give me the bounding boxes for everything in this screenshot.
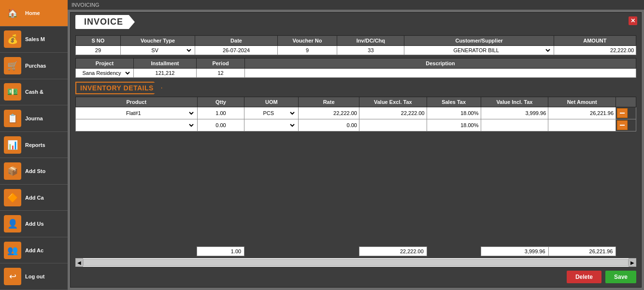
voucher-type-select[interactable]: SV: [123, 47, 193, 54]
uom-select-2[interactable]: [246, 122, 296, 129]
sidebar-label-add-cat: Add Ca: [25, 195, 44, 201]
invoice-title-bar: INVOICE ✕: [71, 13, 641, 31]
save-button[interactable]: Save: [605, 271, 636, 283]
invoice-title-text: INVOICE: [84, 17, 123, 27]
scrollbar-track[interactable]: [83, 259, 629, 266]
sidebar-label-journal: Journa: [25, 116, 43, 121]
sidebar-item-purchase[interactable]: 🛒 Purchas: [0, 53, 68, 79]
col-product: Product: [76, 97, 198, 107]
sidebar-item-cash[interactable]: 💵 Cash &: [0, 79, 68, 106]
col-customer-supplier: Customer/Supplier: [404, 36, 554, 46]
value-excl-tax-1[interactable]: [361, 110, 425, 116]
uom-select-1[interactable]: PCS: [246, 110, 296, 116]
total-rate: 22,222.00: [400, 248, 424, 254]
invoice-title-badge: INVOICE: [75, 15, 135, 29]
description-input[interactable]: [247, 70, 634, 76]
sidebar-label-reports: Reports: [25, 142, 45, 148]
col-voucher-type: Voucher Type: [120, 36, 195, 46]
qtty-input-1[interactable]: [200, 110, 243, 116]
amount-input[interactable]: [556, 47, 634, 53]
add-stock-icon: 📦: [4, 162, 21, 180]
col-voucher-no: Voucher No: [277, 36, 337, 46]
svg-rect-0: [620, 113, 625, 114]
inventory-table: Product Qtty UOM Rate Value Excl. Tax Sa…: [75, 97, 636, 131]
total-qtty: 1.00: [231, 248, 241, 254]
totals-row: 1.00 22,222.00 3,999.96 26,221.96: [75, 247, 636, 256]
totals-table: 1.00 22,222.00 3,999.96 26,221.96: [75, 246, 636, 256]
date-input[interactable]: [197, 47, 275, 53]
scroll-left-arrow[interactable]: ◀: [75, 258, 83, 267]
col-installment: Installment: [134, 58, 197, 69]
sidebar-item-home[interactable]: 🏠 Home: [0, 0, 68, 27]
total-value-incl-tax: 3,999.96: [525, 248, 545, 254]
col-date: Date: [195, 36, 277, 46]
sales-icon: 💰: [4, 30, 21, 48]
product-select-2[interactable]: [78, 122, 195, 129]
qtty-input-2[interactable]: [200, 122, 243, 128]
col-amount: AMOUNT: [554, 36, 636, 46]
period-input[interactable]: [199, 70, 243, 76]
add-cat-icon: 🔶: [4, 189, 21, 206]
sidebar-item-sales[interactable]: 💰 Sales M: [0, 27, 68, 53]
total-net-amount: 26,221.96: [589, 248, 613, 254]
close-button[interactable]: ✕: [629, 16, 637, 25]
totals-section: 1.00 22,222.00 3,999.96 26,221.96: [71, 245, 641, 258]
net-amount-1[interactable]: [550, 110, 614, 116]
installment-input[interactable]: [136, 70, 194, 76]
header-row: SV GE: [76, 46, 636, 55]
sidebar-item-add-stock[interactable]: 📦 Add Sto: [0, 158, 68, 185]
row-action-btn-1[interactable]: [617, 108, 628, 118]
inv-dc-chq-input[interactable]: [339, 47, 402, 53]
rate-input-2[interactable]: [301, 122, 357, 128]
sidebar-item-add-acc[interactable]: 👥 Add Ac: [0, 237, 68, 264]
sidebar-item-journal[interactable]: 📋 Journa: [0, 105, 68, 132]
main-area: INVOICING INVOICE ✕ S NO Voucher Type Da…: [68, 0, 644, 290]
col-net-amount: Net Amount: [548, 97, 616, 107]
sidebar: 🏠 Home 💰 Sales M 🛒 Purchas 💵 Cash & 📋 Jo…: [0, 0, 68, 290]
inventory-row-2: [76, 119, 636, 131]
cash-icon: 💵: [4, 83, 21, 101]
delete-button[interactable]: Delete: [567, 271, 601, 283]
inventory-title-text: INVENTORY DETAILS: [80, 84, 154, 92]
inventory-title-badge: INVENTORY DETAILS: [75, 82, 162, 94]
sidebar-label-home: Home: [25, 10, 40, 16]
voucher-no-input[interactable]: [280, 47, 335, 53]
row-action-btn-2[interactable]: [617, 120, 628, 130]
col-project: Project: [76, 58, 134, 69]
project-select[interactable]: Sana Residency: [78, 70, 131, 76]
col-qtty: Qtty: [197, 97, 244, 107]
svg-rect-1: [620, 125, 625, 126]
scroll-right-arrow[interactable]: ▶: [629, 258, 636, 267]
value-incl-tax-2[interactable]: [483, 122, 546, 128]
sidebar-item-reports[interactable]: 📊 Reports: [0, 132, 68, 159]
col-inv-dc-chq: Inv/DC/Chq: [337, 36, 404, 46]
reports-icon: 📊: [4, 136, 21, 154]
add-acc-icon: 👥: [4, 242, 21, 259]
top-bar: INVOICING: [68, 0, 644, 10]
sidebar-label-purchase: Purchas: [25, 63, 46, 69]
col-rate: Rate: [299, 97, 359, 107]
col-actions: [616, 97, 636, 107]
home-icon: 🏠: [4, 4, 21, 22]
sidebar-label-add-stock: Add Sto: [25, 168, 45, 174]
customer-supplier-select[interactable]: GENERATOR BILL: [406, 47, 551, 54]
value-incl-tax-1[interactable]: [483, 110, 546, 116]
sales-tax-1[interactable]: [429, 110, 479, 116]
rate-input-1[interactable]: [301, 110, 357, 116]
horizontal-scrollbar[interactable]: ◀ ▶: [75, 258, 636, 267]
sidebar-item-logout[interactable]: ↩ Log out: [0, 263, 68, 290]
sidebar-item-add-user[interactable]: 👤 Add Us: [0, 211, 68, 237]
sidebar-label-add-user: Add Us: [25, 221, 44, 227]
sidebar-label-sales: Sales M: [25, 36, 45, 42]
net-amount-2[interactable]: [550, 122, 614, 128]
product-select-1[interactable]: Flat#1: [78, 110, 195, 116]
sales-tax-2[interactable]: [429, 122, 479, 128]
invoice-modal: INVOICE ✕ S NO Voucher Type Date Voucher…: [70, 12, 642, 288]
value-excl-tax-2[interactable]: [361, 122, 425, 128]
sidebar-item-add-cat[interactable]: 🔶 Add Ca: [0, 185, 68, 211]
sno-input[interactable]: [78, 47, 118, 53]
col-sales-tax: Sales Tax: [427, 97, 481, 107]
purchase-icon: 🛒: [4, 57, 21, 74]
sidebar-label-add-acc: Add Ac: [25, 247, 43, 253]
add-user-icon: 👤: [4, 215, 21, 232]
